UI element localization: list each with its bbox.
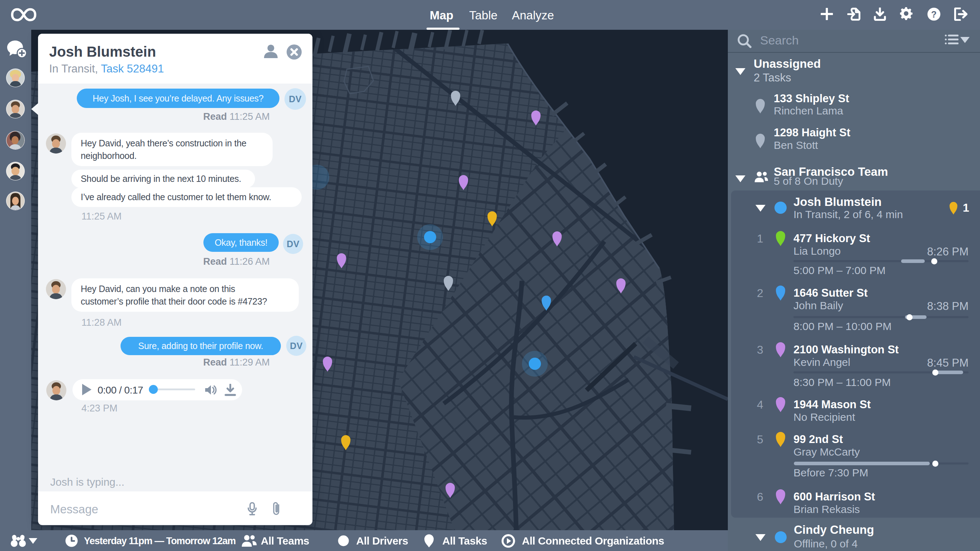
- svg-text:?: ?: [931, 10, 937, 19]
